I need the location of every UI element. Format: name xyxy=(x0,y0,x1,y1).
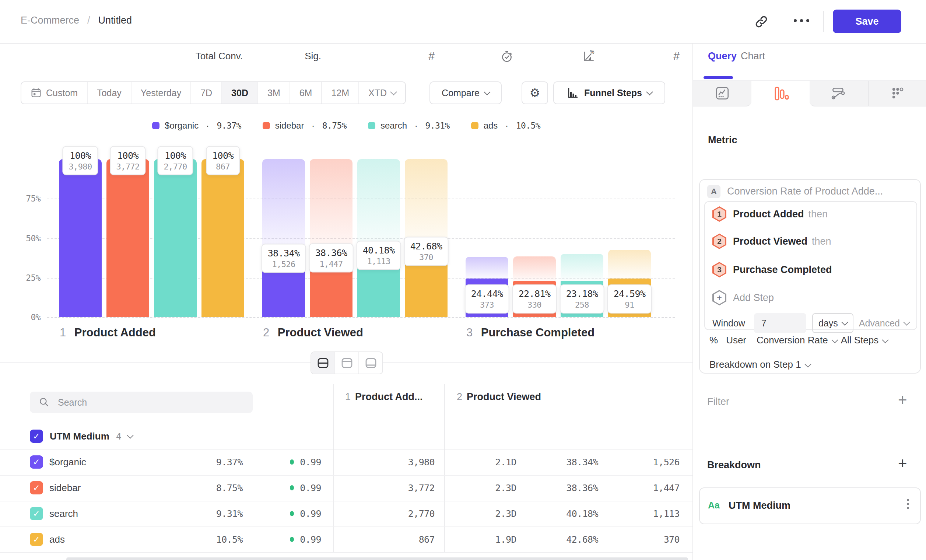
table-step2-header: 2Product Viewed xyxy=(457,391,541,403)
search-input[interactable] xyxy=(57,397,253,408)
more-menu-icon[interactable] xyxy=(794,19,809,22)
row-sig: 0.99 xyxy=(280,449,321,475)
row-checkbox[interactable]: ✓ xyxy=(30,456,43,469)
string-property-icon: Aa xyxy=(708,500,720,511)
row-step2-count: 1,113 xyxy=(598,501,679,527)
funnel-bar-value-label: 100%3,772 xyxy=(110,146,145,176)
funnel-report-app: E-Commerce / Untitled Save xyxy=(0,0,926,560)
table-row: ✓ $organic 9.37% 0.99 3,980 2.1D 38.34% … xyxy=(0,449,693,476)
header-divider xyxy=(823,11,824,32)
row-total-conv: 9.31% xyxy=(155,501,243,527)
row-checkbox[interactable]: ✓ xyxy=(30,481,43,495)
row-conv-rate: 42.68% xyxy=(516,527,598,552)
sig-column-header[interactable]: Sig. xyxy=(258,43,321,69)
group-column-label[interactable]: UTM Medium xyxy=(50,431,109,442)
funnel-bar-dropoff xyxy=(608,250,651,278)
row-conv-rate: 40.18% xyxy=(516,501,598,527)
row-sig: 0.99 xyxy=(280,501,321,527)
measurement-row: % User Conversion Rate All Steps xyxy=(710,331,891,348)
tab-flows[interactable] xyxy=(809,81,869,106)
group-column-header: ✓ UTM Medium 4 xyxy=(30,424,133,449)
plus-hexagon-icon: + xyxy=(713,290,726,306)
funnel-step-axis-label: 3 Purchase Completed xyxy=(466,326,595,339)
funnel-step-2[interactable]: 2 Product Viewed then xyxy=(705,233,917,250)
sig-dot xyxy=(290,459,294,465)
row-step1-count: 3,772 xyxy=(333,475,435,501)
sig-dot xyxy=(290,485,294,490)
row-step2-count: 1,447 xyxy=(598,475,679,501)
layout-toggle xyxy=(310,351,383,374)
filter-section-heading: Filter xyxy=(707,396,729,407)
horizontal-scrollbar[interactable] xyxy=(66,557,688,560)
group-count: 4 xyxy=(116,431,121,442)
select-all-checkbox[interactable]: ✓ xyxy=(30,430,43,443)
add-step-button[interactable]: + Add Step xyxy=(705,289,917,306)
row-checkbox[interactable]: ✓ xyxy=(30,507,43,520)
breakdown-property-name: UTM Medium xyxy=(729,500,790,512)
funnel-bar-value-label: 23.18%258 xyxy=(560,285,604,313)
row-avg-time: 2.3D xyxy=(444,475,516,501)
breadcrumb-project[interactable]: E-Commerce xyxy=(21,15,79,26)
measure-type-dropdown[interactable]: Conversion Rate xyxy=(757,334,828,346)
row-total-conv: 8.75% xyxy=(155,475,243,501)
funnel-bar-dropoff xyxy=(357,159,400,254)
tab-insights[interactable] xyxy=(693,81,751,106)
avg-time-column-icon[interactable] xyxy=(500,43,514,69)
chevron-down-icon[interactable] xyxy=(127,432,134,439)
tab-funnels-active[interactable] xyxy=(751,81,809,106)
search-icon xyxy=(39,397,50,408)
funnel-bar xyxy=(154,159,197,317)
kebab-menu-icon[interactable] xyxy=(907,497,909,511)
add-filter-button[interactable]: + xyxy=(898,392,907,408)
chevron-down-icon xyxy=(841,319,848,325)
y-axis-tick: 75% xyxy=(11,194,41,203)
row-conv-rate: 38.34% xyxy=(516,449,598,475)
funnel-bar-value-label: 38.34%1,526 xyxy=(262,244,306,272)
funnels-icon xyxy=(772,85,789,102)
tab-retention[interactable] xyxy=(869,81,926,106)
row-step2-count: 1,526 xyxy=(598,449,679,475)
count-column-icon[interactable]: # xyxy=(398,43,435,69)
save-button[interactable]: Save xyxy=(833,9,901,33)
funnel-bar xyxy=(106,159,149,317)
copy-link-icon[interactable] xyxy=(754,15,769,30)
funnel-bar-value-label: 24.44%373 xyxy=(465,285,509,313)
flows-icon xyxy=(830,85,847,102)
conv-rate-column-icon[interactable]: % xyxy=(582,43,596,69)
layout-bottom-panel-button[interactable] xyxy=(359,352,382,374)
funnel-bar-dropoff xyxy=(513,256,556,281)
row-checkbox[interactable]: ✓ xyxy=(30,533,43,546)
tab-query[interactable]: Query xyxy=(708,50,737,62)
tab-chart[interactable]: Chart xyxy=(741,50,765,62)
row-avg-time: 2.1D xyxy=(444,449,516,475)
funnel-bar-value-label: 38.36%1,447 xyxy=(309,244,354,272)
add-breakdown-button[interactable]: + xyxy=(898,456,907,471)
row-label: sidebar xyxy=(49,475,153,501)
breadcrumb-report-name[interactable]: Untitled xyxy=(98,15,132,26)
percent-symbol[interactable]: % xyxy=(710,334,718,346)
total-conv-column-header[interactable]: Total Conv. xyxy=(155,43,243,69)
funnel-step-1[interactable]: 1 Product Added then xyxy=(705,206,917,222)
steps-scope-dropdown[interactable]: All Steps xyxy=(841,334,879,346)
layout-split-horizontal-button[interactable] xyxy=(311,352,335,374)
funnel-step-axis-label: 1 Product Added xyxy=(60,326,156,339)
insights-icon xyxy=(714,85,731,102)
row-label: ads xyxy=(49,527,153,552)
counting-method[interactable]: User xyxy=(726,334,746,346)
breakdown-item-card[interactable]: Aa UTM Medium xyxy=(699,487,921,524)
window-unit-select[interactable]: days xyxy=(812,313,853,333)
main-content: Custom Today Yesterday 7D 30D 3M 6M 12M … xyxy=(0,43,693,560)
layout-top-panel-button[interactable] xyxy=(335,352,359,374)
metric-card: A Conversion Rate of Product Adde... 1 P… xyxy=(699,179,921,374)
metric-letter-badge: A xyxy=(707,185,720,198)
query-panel: Query Chart xyxy=(693,43,926,560)
count-column-icon[interactable]: # xyxy=(643,43,679,69)
funnel-step-3[interactable]: 3 Purchase Completed xyxy=(705,261,917,278)
advanced-toggle[interactable]: Advanced xyxy=(859,318,909,328)
chart-type-tabs xyxy=(693,80,926,106)
funnel-bar-dropoff xyxy=(466,257,508,279)
metric-title[interactable]: Conversion Rate of Product Adde... xyxy=(727,186,883,197)
window-value-input[interactable] xyxy=(754,313,806,333)
funnel-bar-dropoff xyxy=(262,159,305,257)
breakdown-on-step-dropdown[interactable]: Breakdown on Step 1 xyxy=(710,356,814,373)
